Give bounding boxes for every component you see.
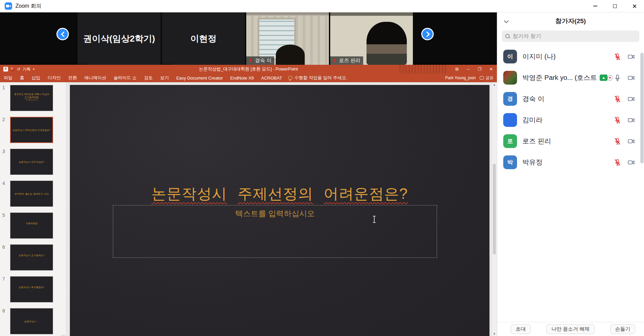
recording-icon <box>607 75 613 81</box>
mic-muted-icon[interactable] <box>613 137 621 145</box>
video-tile[interactable]: 이현정 이현정 <box>162 12 246 65</box>
slide-thumbnail[interactable]: 8 논문작성시 ··· <box>0 308 66 335</box>
maximize-button[interactable] <box>605 0 625 12</box>
ppt-restore-button[interactable]: ❐ <box>474 65 485 74</box>
unmute-self-button[interactable]: 나만 음소거 해제 <box>546 324 594 334</box>
slide-thumbnail-image[interactable]: 연구목적, 필요성, 문제제기, 의의 <box>10 181 53 207</box>
ribbon-tab[interactable]: Easy Document Creator <box>173 74 227 82</box>
participants-title: 참가자(25) <box>555 17 586 26</box>
camera-on-icon[interactable] <box>627 116 635 124</box>
powerpoint-window: P ↺ 가톡 ▾ 논문작성법_대구대대학원 [호환 모드] - PowerPoi… <box>0 65 497 336</box>
participant-row[interactable]: 로 로즈 핀리 <box>497 131 644 152</box>
avatar: 로 <box>503 134 517 148</box>
invite-button[interactable]: 초대 <box>511 324 531 334</box>
mic-muted-icon[interactable] <box>613 116 621 124</box>
slide-title[interactable]: 논문작성시 주제선정의 어려운점은? <box>70 184 489 204</box>
mic-muted-icon <box>248 58 253 63</box>
avatar: 경 <box>503 92 517 106</box>
tile-name-chip: 로즈 핀리 <box>330 56 363 65</box>
prev-slide-icon[interactable]: ▲ <box>493 332 496 335</box>
raise-hand-button[interactable]: 손들기 <box>610 324 635 334</box>
slide-thumbnail-image[interactable]: 논문작성시 조사설계는? ···· ···· ···· ····· ······… <box>10 244 53 271</box>
mic-on-icon[interactable] <box>613 74 621 82</box>
search-icon <box>505 34 510 39</box>
ppt-minimize-button[interactable]: ─ <box>463 65 474 74</box>
minimize-button[interactable] <box>586 0 605 12</box>
camera-on-icon[interactable] <box>627 53 635 61</box>
ribbon-tab[interactable]: EndNote X9 <box>226 74 257 82</box>
camera-on-icon[interactable] <box>627 95 635 103</box>
chevron-down-icon[interactable] <box>504 18 509 23</box>
participant-search-input[interactable]: 참가자 찾기 <box>502 31 639 42</box>
share-button[interactable]: 공유 <box>480 75 493 81</box>
close-button[interactable] <box>625 0 644 12</box>
panel-scrollbar-thumb[interactable] <box>640 53 644 163</box>
strip-next-button[interactable] <box>421 28 434 40</box>
participant-row[interactable]: 김미라 <box>497 109 644 131</box>
strip-prev-button[interactable] <box>56 28 69 40</box>
slide-thumbnail-image[interactable]: 이론적배경 ··· ·· ···· ··· <box>10 212 53 239</box>
slide-thumbnail-image[interactable]: 논문작성시 주제선정의 어려운점은? <box>10 117 53 143</box>
tile-name-label: 로즈 핀리 <box>339 57 360 64</box>
slide-number: 8 <box>2 308 5 314</box>
ribbon-tab[interactable]: 슬라이드 쇼 <box>110 74 140 82</box>
slide-thumbnail-panel: 1 효과적인 학위논문 계획서 작성과 조사설계방법 - 주제를 중심으로 - … <box>0 82 67 336</box>
editor-scrollbar[interactable]: ▲ ▲ ▼ <box>491 82 497 336</box>
ribbon-tab[interactable]: 보기 <box>157 74 173 82</box>
mic-muted-icon[interactable] <box>613 158 621 166</box>
participant-name-overlay: 권이삭(임상2학기) <box>78 12 161 65</box>
ribbon-tab[interactable]: 삽입 <box>28 74 44 82</box>
slide-thumbnail[interactable]: 7 논문작성시 유의할점은? ··· ···· ···· <box>0 276 66 303</box>
ribbon-tab[interactable]: ACROBAT <box>257 74 286 82</box>
slide-thumbnail-image[interactable]: 논문작성시 유의할점은? ··· ···· ···· <box>10 276 53 302</box>
slide-number: 7 <box>2 276 5 282</box>
lightbulb-icon <box>288 76 292 80</box>
video-strip: 권이삭(임상2학기) 권이삭(임상2학기) 이현정 <box>0 12 497 65</box>
slide-thumbnail[interactable]: 6 논문작성시 조사설계는? ···· ···· ···· ····· ····… <box>0 244 66 272</box>
participant-name-overlay: 이현정 <box>162 12 245 65</box>
account-name[interactable]: Park Young_joon <box>445 76 476 80</box>
participant-row[interactable]: 이 이지미 (나) <box>497 46 644 67</box>
participant-row[interactable]: 박 박유정 <box>497 152 644 173</box>
camera-on-icon[interactable] <box>627 137 635 145</box>
video-tile[interactable]: 경숙 이 경숙 이 <box>246 12 330 65</box>
slide-thumbnail-image[interactable]: 논문작성시 연구대상은? <box>10 149 53 175</box>
ppt-logo-icon: P <box>3 67 8 71</box>
mic-muted-icon[interactable] <box>613 95 621 103</box>
participant-name: 박영준 Park yo... (호스트) <box>522 73 597 82</box>
ppt-close-button[interactable]: ✕ <box>485 65 497 74</box>
ribbon-tab[interactable]: 애니메이션 <box>81 74 110 82</box>
ribbon-tab[interactable]: 전환 <box>65 74 81 82</box>
scrollbar-thumb[interactable] <box>493 164 496 254</box>
current-slide[interactable]: 논문작성시 주제선정의 어려운점은? 텍스트를 입력하십시오 <box>70 85 489 336</box>
zoom-logo-icon <box>5 2 12 10</box>
qat-dropdown-icon[interactable]: ▾ <box>33 67 35 71</box>
slide-thumbnail[interactable]: 2 논문작성시 주제선정의 어려운점은? <box>0 117 66 144</box>
slide-number: 2 <box>2 117 5 122</box>
participant-row[interactable]: 박영준 Park yo... (호스트) <box>497 67 644 88</box>
slide-thumbnail[interactable]: 1 효과적인 학위논문 계획서 작성과 조사설계방법 - 주제를 중심으로 - … <box>0 85 66 112</box>
slide-thumbnail[interactable]: 3 논문작성시 연구대상은? <box>0 149 66 176</box>
slide-thumbnail-image[interactable]: 논문작성시 ··· <box>10 308 53 334</box>
video-tile[interactable]: 권이삭(임상2학기) 권이삭(임상2학기) <box>78 12 161 65</box>
slide-thumbnail-image[interactable]: 효과적인 학위논문 계획서 작성과 조사설계방법 - 주제를 중심으로 - ··… <box>10 85 53 111</box>
slide-title-word: 논문작성시 <box>152 185 227 202</box>
participant-row[interactable]: 경 경숙 이 <box>497 88 644 109</box>
undo-icon[interactable]: ↺ <box>17 67 20 71</box>
camera-on-icon[interactable] <box>627 158 635 166</box>
ribbon-tab[interactable]: 파일 <box>0 74 16 82</box>
video-tile[interactable]: 로즈 핀리 로즈 핀리 <box>330 12 414 65</box>
ribbon-options-button[interactable]: ⊞ <box>451 65 463 74</box>
ribbon-tab[interactable]: 검토 <box>140 74 157 82</box>
avatar: 박 <box>503 155 517 169</box>
slide-thumbnail[interactable]: 4 연구목적, 필요성, 문제제기, 의의 <box>0 181 66 208</box>
camera-on-icon[interactable] <box>627 74 635 82</box>
ribbon-tab[interactable]: 디자인 <box>44 74 65 82</box>
qat-label: 가톡 <box>23 66 31 72</box>
ribbon-tab[interactable]: 홈 <box>16 74 28 82</box>
scroll-up-icon[interactable]: ▲ <box>493 83 496 86</box>
text-placeholder-box[interactable]: 텍스트를 입력하십시오 <box>113 205 437 258</box>
tell-me-box[interactable]: 수행할 작업을 알려 주세요. <box>288 75 347 81</box>
mic-muted-icon[interactable] <box>613 53 621 61</box>
slide-thumbnail[interactable]: 5 이론적배경 ··· ·· ···· ··· <box>0 212 66 240</box>
